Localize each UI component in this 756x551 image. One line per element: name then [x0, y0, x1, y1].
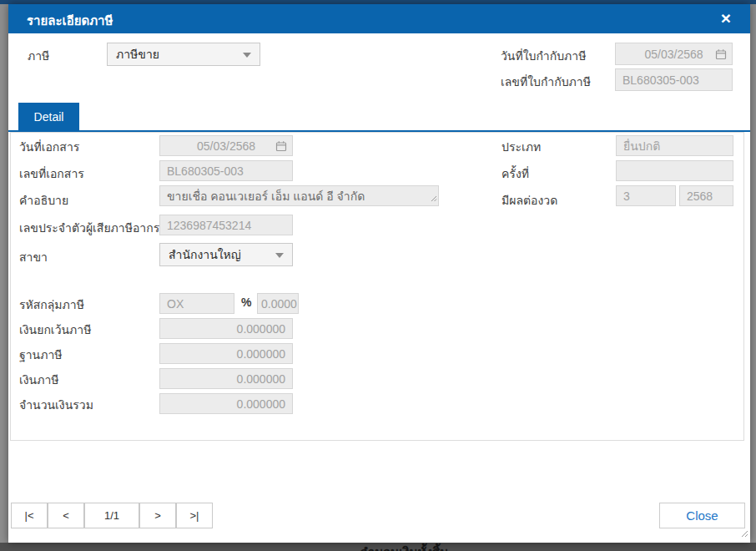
pagination-last-button[interactable]: >|: [176, 503, 213, 528]
tax-rate-field: 0.0000: [257, 293, 299, 314]
doc-date-label: วันที่เอกสาร: [19, 138, 79, 156]
effective-period-year-field: 2568: [679, 185, 733, 206]
submit-type-value: ยื่นปกติ: [623, 137, 660, 155]
calendar-icon: [275, 140, 287, 154]
invoice-date-field: 05/03/2568: [615, 43, 733, 65]
percent-sign: %: [241, 296, 251, 309]
effective-period-year-value: 2568: [687, 190, 713, 203]
tax-rate-value: 0.0000: [261, 297, 297, 311]
tax-exempt-value: 0.000000: [237, 322, 285, 336]
tax-group-code-field: OX: [159, 293, 234, 314]
effective-period-month-value: 3: [623, 190, 630, 203]
pagination-next-button[interactable]: >: [139, 503, 176, 528]
effective-period-label: มีผลต่องวด: [501, 191, 557, 210]
first-page-icon: |<: [25, 509, 34, 522]
tax-detail-dialog: รายละเอียดภาษี × ภาษี ภาษีขาย วันที่ใบกำ…: [8, 4, 750, 543]
detail-panel: วันที่เอกสาร 05/03/2568 เลขที่เอกสาร BL6…: [10, 132, 744, 441]
tax-amount-label: เงินภาษี: [19, 371, 59, 389]
close-dialog-button[interactable]: Close: [659, 503, 745, 528]
invoice-date-value: 05/03/2568: [644, 48, 703, 61]
invoice-no-field: BL680305-003: [615, 68, 733, 91]
page-count: 1/1: [104, 509, 119, 522]
resize-handle-icon[interactable]: [430, 191, 437, 205]
page-title: รายละเอียดภาษี: [27, 11, 113, 31]
tab-detail-label: Detail: [34, 110, 64, 124]
invoice-date-label: วันที่ใบกำกับภาษี: [501, 47, 586, 65]
calendar-icon: [715, 48, 727, 63]
pagination-prev-button[interactable]: <: [48, 503, 84, 528]
dialog-resize-handle-icon[interactable]: [740, 526, 748, 541]
invoice-no-value: BL680305-003: [622, 73, 699, 87]
doc-date-value: 05/03/2568: [197, 139, 255, 153]
effective-period-month-field: 3: [616, 185, 676, 206]
submit-no-field: [616, 160, 733, 181]
next-page-icon: >: [154, 509, 161, 522]
last-page-icon: >|: [190, 509, 199, 522]
branch-value: สำนักงานใหญ่: [169, 245, 241, 264]
tax-amount-field: 0.000000: [159, 368, 293, 389]
tax-group-code-value: OX: [167, 297, 184, 311]
tax-group-label: รหัสกลุ่มภาษี: [19, 296, 84, 314]
tax-base-value: 0.000000: [237, 347, 285, 361]
tax-type-label: ภาษี: [28, 47, 49, 65]
description-value: ขายเชื่อ คอนเวเยอร์ เอ็ม แอนด์ อี จำกัด: [167, 187, 365, 205]
description-textarea[interactable]: ขายเชื่อ คอนเวเยอร์ เอ็ม แอนด์ อี จำกัด: [159, 185, 439, 206]
tax-type-select[interactable]: ภาษีขาย: [107, 43, 260, 66]
total-amount-value: 0.000000: [237, 397, 285, 411]
branch-label: สาขา: [19, 248, 48, 266]
background-page-strip: จำนวนเงินทั้งสิ้น: [0, 543, 756, 551]
total-amount-field: 0.000000: [159, 393, 293, 414]
tax-amount-value: 0.000000: [237, 372, 285, 386]
dimmed-overlay: จำนวนเงินทั้งสิ้น รายละเอียดภาษี × ภาษี …: [0, 0, 756, 551]
tax-payer-id-field: 1236987453214: [159, 215, 293, 235]
total-amount-label: จำนวนเงินรวม: [19, 396, 93, 414]
branch-select[interactable]: สำนักงานใหญ่: [159, 243, 293, 266]
tax-exempt-label: เงินยกเว้นภาษี: [19, 321, 91, 339]
submit-type-label: ประเภท: [501, 138, 541, 156]
tab-detail[interactable]: Detail: [18, 103, 79, 130]
prev-page-icon: <: [63, 509, 69, 522]
tax-type-value: ภาษีขาย: [116, 45, 159, 63]
tax-base-field: 0.000000: [159, 343, 293, 364]
tax-exempt-field: 0.000000: [159, 318, 293, 339]
doc-date-field: 05/03/2568: [159, 135, 293, 156]
pagination-page-indicator[interactable]: 1/1: [84, 503, 139, 528]
dialog-titlebar: รายละเอียดภาษี ×: [8, 4, 750, 33]
pagination-first-button[interactable]: |<: [11, 503, 48, 528]
chevron-down-icon: [243, 53, 251, 58]
tax-payer-id-value: 1236987453214: [167, 219, 251, 232]
background-page-text: จำนวนเงินทั้งสิ้น: [360, 543, 448, 551]
invoice-no-label: เลขที่ใบกำกับภาษี: [501, 73, 591, 91]
tax-payer-id-label: เลขประจำตัวผู้เสียภาษีอากร: [19, 219, 159, 237]
doc-no-label: เลขที่เอกสาร: [19, 164, 84, 183]
close-button[interactable]: ×: [715, 8, 737, 29]
doc-no-value: BL680305-003: [167, 164, 244, 178]
close-icon: ×: [721, 8, 731, 28]
chevron-down-icon: [275, 253, 284, 258]
submit-no-label: ครั้งที่: [501, 164, 529, 183]
doc-no-field: BL680305-003: [159, 160, 293, 181]
submit-type-field: ยื่นปกติ: [616, 135, 733, 156]
tax-base-label: ฐานภาษี: [19, 346, 62, 364]
description-label: คำอธิบาย: [19, 191, 68, 210]
